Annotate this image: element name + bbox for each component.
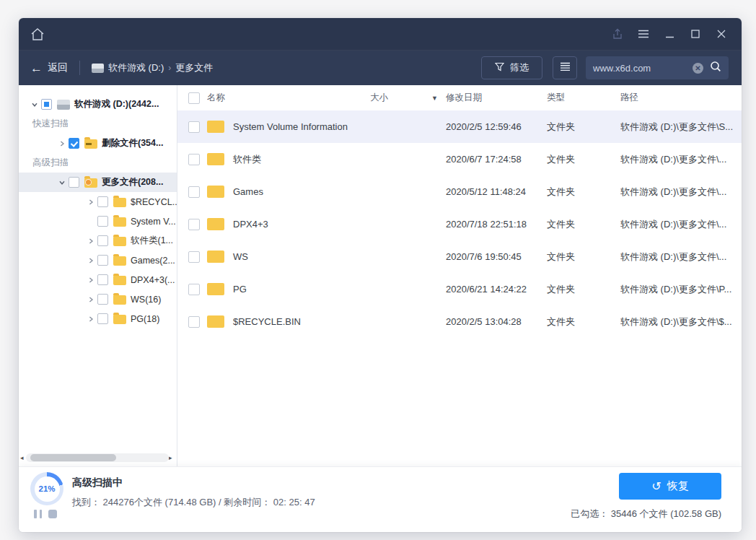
pause-button[interactable] xyxy=(34,510,42,518)
tree-checkbox[interactable] xyxy=(97,216,108,227)
tree-item[interactable]: 软件游戏 (D:)(2442... xyxy=(19,95,177,114)
tree-item[interactable]: PG(18) xyxy=(19,309,177,328)
menu-button[interactable] xyxy=(630,22,656,45)
search-input[interactable] xyxy=(593,63,693,74)
scrollbar-track[interactable] xyxy=(26,453,169,462)
tree-checkbox[interactable] xyxy=(69,177,79,188)
close-button[interactable] xyxy=(708,22,734,45)
cell-type: 文件夹 xyxy=(547,153,620,166)
clear-search-icon[interactable]: ✕ xyxy=(693,63,703,74)
row-checkbox[interactable] xyxy=(188,154,200,165)
chevron-right-icon[interactable] xyxy=(85,276,96,284)
column-header-size[interactable]: 大小 ▼ xyxy=(370,92,446,104)
filter-label: 筛选 xyxy=(510,61,529,74)
file-name: System Volume Information xyxy=(233,121,348,132)
sidebar: 软件游戏 (D:)(2442...快速扫描删除文件(354...高级扫描更多文件… xyxy=(19,85,177,466)
tree-checkbox[interactable] xyxy=(97,196,108,207)
chevron-right-icon[interactable] xyxy=(85,296,96,303)
tree-checkbox[interactable] xyxy=(97,235,108,246)
chevron-right-icon[interactable] xyxy=(85,199,96,206)
cell-modified: 2020/2/5 13:04:28 xyxy=(446,316,547,327)
sort-arrow-icon[interactable]: ▼ xyxy=(431,95,438,102)
breadcrumb-drive[interactable]: 软件游戏 (D:) xyxy=(108,61,164,74)
cell-name: DPX4+3 xyxy=(207,218,370,230)
row-checkbox[interactable] xyxy=(188,251,200,263)
column-header-name[interactable]: 名称 xyxy=(207,92,370,104)
toolbar: ← 返回 软件游戏 (D:) › 更多文件 筛选 ✕ xyxy=(19,51,742,85)
filter-button[interactable]: 筛选 xyxy=(481,56,542,79)
file-name: PG xyxy=(233,284,247,295)
chevron-right-icon[interactable] xyxy=(85,238,96,245)
tree-item[interactable]: Games(2... xyxy=(19,251,177,270)
row-checkbox[interactable] xyxy=(188,186,200,198)
chevron-down-icon[interactable] xyxy=(29,101,40,108)
tree-item[interactable]: 软件类(1... xyxy=(19,231,177,251)
maximize-button[interactable] xyxy=(682,22,708,45)
table-row[interactable]: WS2020/7/6 19:50:45文件夹软件游戏 (D:)\更多文件\... xyxy=(177,240,742,273)
tree-item[interactable]: System V... xyxy=(19,212,177,231)
scan-status-detail: 找到： 244276个文件 (714.48 GB) / 剩余时间： 02: 25… xyxy=(72,496,315,509)
search-icon[interactable] xyxy=(710,61,721,75)
folder-icon xyxy=(207,283,224,295)
folder-icon xyxy=(113,295,126,305)
chevron-right-icon[interactable] xyxy=(85,257,96,264)
file-name: WS xyxy=(233,251,248,262)
row-checkbox[interactable] xyxy=(188,121,200,133)
file-name: $RECYCLE.BIN xyxy=(233,316,301,327)
row-checkbox[interactable] xyxy=(188,284,200,295)
scrollbar-thumb[interactable] xyxy=(30,454,116,461)
cell-modified: 2020/6/21 14:24:22 xyxy=(446,284,547,295)
tree-item-label: DPX4+3(... xyxy=(131,275,175,285)
cell-name: System Volume Information xyxy=(207,121,370,133)
back-button[interactable]: ← 返回 xyxy=(30,61,68,74)
row-checkbox[interactable] xyxy=(188,316,200,328)
tree-checkbox[interactable] xyxy=(97,274,108,285)
chevron-down-icon[interactable] xyxy=(56,179,67,186)
chevron-right-icon[interactable] xyxy=(85,315,96,323)
view-mode-button[interactable] xyxy=(553,56,577,79)
sidebar-horizontal-scrollbar[interactable]: ◂ ▸ xyxy=(20,453,175,463)
table-row[interactable]: 软件类2020/6/7 17:24:58文件夹软件游戏 (D:)\更多文件\..… xyxy=(177,143,742,175)
tree-checkbox[interactable] xyxy=(97,255,108,266)
tree-item[interactable]: $RECYCL... xyxy=(19,192,177,212)
chevron-right-icon[interactable] xyxy=(56,140,67,147)
cell-type: 文件夹 xyxy=(547,121,620,134)
tree-item-label: System V... xyxy=(131,217,176,227)
cell-modified: 2020/7/6 19:50:45 xyxy=(446,251,547,262)
table-row[interactable]: System Volume Information2020/2/5 12:59:… xyxy=(177,110,742,143)
tree-checkbox[interactable] xyxy=(41,99,52,110)
tree-checkbox[interactable] xyxy=(69,138,79,149)
table-row[interactable]: PG2020/6/21 14:24:22文件夹软件游戏 (D:)\更多文件\P.… xyxy=(177,273,742,305)
folder-icon xyxy=(113,276,126,285)
tree-item[interactable]: 更多文件(208... xyxy=(19,173,177,192)
row-checkbox[interactable] xyxy=(188,219,200,230)
home-button[interactable] xyxy=(25,22,50,45)
table-row[interactable]: Games2020/5/12 11:48:24文件夹软件游戏 (D:)\更多文件… xyxy=(177,175,742,208)
cell-type: 文件夹 xyxy=(547,283,620,296)
maximize-icon xyxy=(691,30,700,38)
stop-button[interactable] xyxy=(48,510,57,518)
tree-item[interactable]: WS(16) xyxy=(19,289,177,309)
column-header-path[interactable]: 路径 xyxy=(620,92,742,104)
tree-checkbox[interactable] xyxy=(97,294,108,305)
table-row[interactable]: DPX4+32020/7/18 22:51:18文件夹软件游戏 (D:)\更多文… xyxy=(177,208,742,240)
cell-name: 软件类 xyxy=(207,153,370,166)
scroll-right-icon[interactable]: ▸ xyxy=(169,453,175,463)
tree-item[interactable]: 删除文件(354... xyxy=(19,134,177,153)
column-header-type[interactable]: 类型 xyxy=(547,92,620,104)
share-button[interactable] xyxy=(605,22,630,45)
select-all-checkbox[interactable] xyxy=(188,92,200,104)
scroll-left-icon[interactable]: ◂ xyxy=(20,453,26,463)
tree-checkbox[interactable] xyxy=(97,313,108,324)
table-row[interactable]: $RECYCLE.BIN2020/2/5 13:04:28文件夹软件游戏 (D:… xyxy=(177,305,742,338)
status-bar: 21% 高级扫描中 找到： 244276个文件 (714.48 GB) / 剩余… xyxy=(19,466,742,532)
table-header: 名称 大小 ▼ 修改日期 类型 路径 xyxy=(177,85,742,110)
cell-modified: 2020/2/5 12:59:46 xyxy=(446,121,547,132)
minimize-button[interactable] xyxy=(656,22,682,45)
tree-item[interactable]: DPX4+3(... xyxy=(19,270,177,289)
recover-button[interactable]: ↺ 恢复 xyxy=(619,473,721,500)
search-box: ✕ xyxy=(586,56,729,79)
cell-path: 软件游戏 (D:)\更多文件\... xyxy=(620,153,742,166)
breadcrumb-current[interactable]: 更多文件 xyxy=(175,61,213,74)
column-header-modified[interactable]: 修改日期 xyxy=(446,92,547,104)
